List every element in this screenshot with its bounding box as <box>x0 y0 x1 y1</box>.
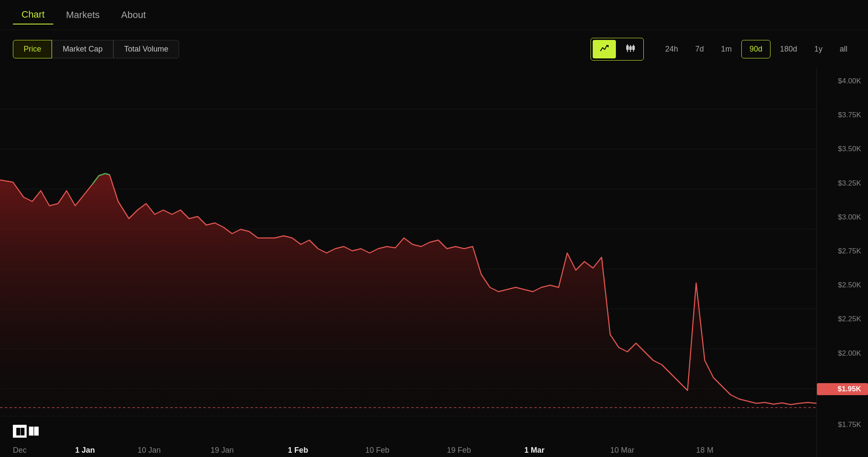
y-label-4000: $4.00K <box>817 77 868 85</box>
svg-rect-1 <box>627 46 628 49</box>
chart-type-selector <box>591 38 644 61</box>
y-axis: $4.00K $3.75K $3.50K $3.25K $3.00K $2.75… <box>816 68 868 457</box>
svg-rect-5 <box>633 46 634 49</box>
chart-area: Dec 1 Jan 10 Jan 19 Jan 1 Feb 10 Feb 19 … <box>0 68 868 457</box>
time-range-selector: 24h 7d 1m 90d 180d 1y all <box>658 40 855 58</box>
svg-text:18 M: 18 M <box>696 446 713 454</box>
y-label-3500: $3.50K <box>817 145 868 153</box>
price-tab[interactable]: Price <box>13 40 52 58</box>
chart-canvas[interactable]: Dec 1 Jan 10 Jan 19 Jan 1 Feb 10 Feb 19 … <box>0 68 816 457</box>
line-chart-button[interactable] <box>593 40 616 58</box>
time-90d[interactable]: 90d <box>741 40 771 58</box>
y-label-2250: $2.25K <box>817 315 868 323</box>
y-label-2500: $2.50K <box>817 281 868 289</box>
nav-about[interactable]: About <box>113 6 155 24</box>
svg-text:10 Mar: 10 Mar <box>610 446 634 454</box>
svg-rect-3 <box>630 47 631 49</box>
y-label-2000: $2.00K <box>817 349 868 358</box>
svg-text:19 Jan: 19 Jan <box>210 446 234 454</box>
svg-text:10 Feb: 10 Feb <box>365 446 389 454</box>
time-1y[interactable]: 1y <box>807 40 830 58</box>
y-label-3000: $3.00K <box>817 213 868 222</box>
market-cap-tab[interactable]: Market Cap <box>52 40 113 58</box>
y-label-3250: $3.25K <box>817 179 868 188</box>
time-24h[interactable]: 24h <box>658 40 686 58</box>
time-1m[interactable]: 1m <box>713 40 740 58</box>
time-180d[interactable]: 180d <box>772 40 805 58</box>
svg-text:Dec: Dec <box>13 446 27 454</box>
nav-markets[interactable]: Markets <box>58 6 108 24</box>
y-label-2750: $2.75K <box>817 247 868 256</box>
svg-text:1 Feb: 1 Feb <box>288 446 308 454</box>
y-label-3750: $3.75K <box>817 111 868 119</box>
svg-text:10 Jan: 10 Jan <box>137 446 161 454</box>
chart-toolbar: Price Market Cap Total Volume 24h 7d 1m <box>0 30 868 68</box>
current-price-label: $1.95K <box>817 383 868 395</box>
y-label-1750: $1.75K <box>817 420 868 429</box>
time-all[interactable]: all <box>832 40 855 58</box>
svg-text:1 Jan: 1 Jan <box>75 446 95 454</box>
tradingview-logo: ▮▮▮▮ <box>13 424 38 438</box>
top-navigation: Chart Markets About <box>0 0 868 30</box>
nav-chart[interactable]: Chart <box>13 6 53 24</box>
svg-text:19 Feb: 19 Feb <box>447 446 471 454</box>
metric-tabs: Price Market Cap Total Volume <box>13 40 179 58</box>
svg-text:1 Mar: 1 Mar <box>524 446 545 454</box>
time-7d[interactable]: 7d <box>688 40 712 58</box>
candlestick-chart-button[interactable] <box>618 40 642 58</box>
total-volume-tab[interactable]: Total Volume <box>113 40 179 58</box>
